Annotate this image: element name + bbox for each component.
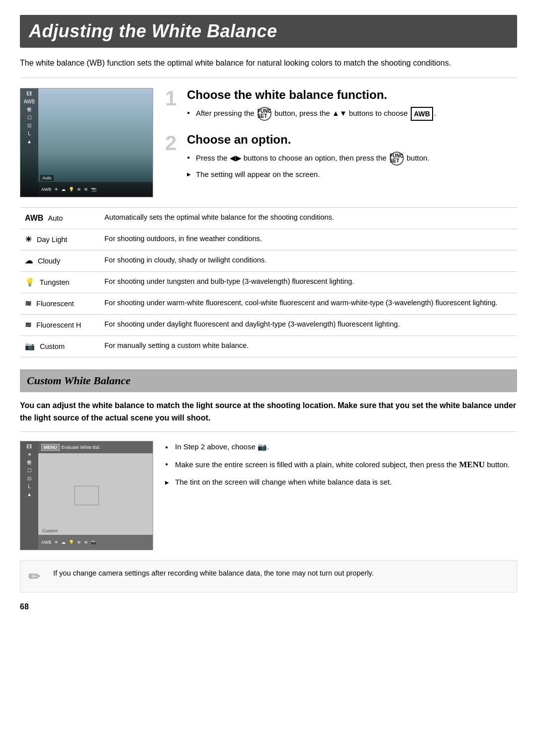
cwb-body-text: You can adjust the white balance to matc… (20, 399, 517, 432)
page-title: Adjusting the White Balance (29, 21, 508, 42)
camera-label-1: Auto (40, 175, 54, 181)
cam2-bracket (74, 486, 99, 505)
camera-bottom-bar-1: AWB ☀ ☁ 💡 ≋ ≋ 📷 (38, 182, 153, 197)
sidebar-icon-6: L (28, 131, 31, 136)
tungsten-icon: 💡 (25, 278, 35, 286)
table-row: ≋ Fluorescent For shooting under warm-wh… (20, 293, 517, 314)
camera-preview-1: 🎞 AWB 餐 ☐ ⊡ L ▲ Auto AWB ☀ ☁ 💡 ≋ ≋ 📷 (20, 88, 153, 197)
cwb-instruction-1: In Step 2 above, choose 📷. (165, 441, 517, 453)
cam2-sidebar: 🎞 ☀ 餐 ☐ ⊡ L ▲ (20, 441, 38, 550)
table-row: ☀ Day Light For shooting outdoors, in fi… (20, 229, 517, 250)
fluorescent-h-icon: ≋ (25, 321, 31, 329)
cam2-label: Custom (40, 528, 60, 534)
cloudy-icon: ☁ (25, 256, 33, 265)
step-2-bullet-2: The setting will appear on the screen. (187, 168, 430, 180)
fluorescent-icon: ≋ (25, 299, 31, 308)
note-box: ✏ If you change camera settings after re… (20, 560, 517, 592)
wb-icon-cell: ≋ Fluorescent (20, 293, 99, 314)
evaluate-label: Evaluate White Bal. (62, 445, 101, 450)
step-section: 🎞 AWB 餐 ☐ ⊡ L ▲ Auto AWB ☀ ☁ 💡 ≋ ≋ 📷 (20, 88, 517, 197)
wb-desc-cell: For shooting outdoors, in fine weather c… (99, 229, 517, 250)
step-1: 1 Choose the white balance function. Aft… (165, 88, 517, 124)
note-text: If you change camera settings after reco… (53, 568, 374, 579)
cwb-section: 🎞 ☀ 餐 ☐ ⊡ L ▲ MENU Evaluate White Bal. C… (20, 441, 517, 550)
cwb-instruction-2: Make sure the entire screen is filled wi… (165, 458, 517, 471)
wb-icon-cell: 💡 Tungsten (20, 271, 99, 293)
table-row: ☁ Cloudy For shooting in cloudy, shady o… (20, 250, 517, 271)
wb-table: AWB Auto Automatically sets the optimal … (20, 207, 517, 357)
custom-inline-icon: 📷 (258, 442, 267, 451)
step-2-content: Choose an option. Press the ◀▶ buttons t… (187, 133, 430, 183)
steps-container: 1 Choose the white balance function. Aft… (165, 88, 517, 197)
custom-icon: 📷 (25, 342, 35, 350)
wb-desc-cell: For manually setting a custom white bala… (99, 336, 517, 357)
step-2-bullet-1: Press the ◀▶ buttons to choose an option… (187, 152, 430, 166)
camera-sidebar-1: 🎞 AWB 餐 ☐ ⊡ L ▲ (20, 88, 38, 197)
wb-icon-cell: ☀ Day Light (20, 229, 99, 250)
func-btn-1: FUNCSET (258, 107, 271, 121)
menu-keyword: MENU (459, 460, 485, 469)
wb-icon-cell: 📷 Custom (20, 336, 99, 357)
cam2-sidebar-icon-7: ▲ (27, 492, 32, 497)
daylight-icon: ☀ (25, 235, 32, 244)
step-1-content: Choose the white balance function. After… (187, 88, 436, 124)
wb-desc-cell: For shooting in cloudy, shady or twiligh… (99, 250, 517, 271)
step-2: 2 Choose an option. Press the ◀▶ buttons… (165, 133, 517, 183)
func-btn-2: FUNCSET (390, 152, 404, 166)
cam2-sidebar-icon-6: L (28, 484, 31, 489)
cam2-sidebar-icon-1: 🎞 (27, 444, 32, 449)
cwb-instruction-3: The tint on the screen will change when … (165, 476, 517, 488)
cwb-title-bar: Custom White Balance (20, 369, 517, 392)
intro-text: The white balance (WB) function sets the… (20, 57, 517, 78)
awb-icon: AWB (25, 214, 43, 222)
wb-icon-cell: ☁ Cloudy (20, 250, 99, 271)
table-row: 💡 Tungsten For shooting under tungsten a… (20, 271, 517, 293)
step-1-number: 1 (165, 88, 181, 124)
sidebar-icon-7: ▲ (27, 139, 32, 144)
table-row: 📷 Custom For manually setting a custom w… (20, 336, 517, 357)
camera-preview-2: 🎞 ☀ 餐 ☐ ⊡ L ▲ MENU Evaluate White Bal. C… (20, 441, 153, 550)
note-icon: ✏ (28, 568, 46, 585)
sidebar-icon-1: 🎞 (27, 91, 32, 96)
menu-label: MENU (41, 444, 60, 451)
cwb-title: Custom White Balance (27, 374, 131, 387)
camera-preview-2-inner: 🎞 ☀ 餐 ☐ ⊡ L ▲ MENU Evaluate White Bal. C… (20, 441, 153, 550)
cam2-sidebar-icon-2: ☀ (27, 452, 32, 457)
cam2-sidebar-icon-4: ☐ (27, 468, 32, 473)
wb-desc-cell: For shooting under warm-white fluorescen… (99, 293, 517, 314)
sidebar-icon-4: ☐ (27, 115, 32, 120)
step-1-bullets: After pressing the FUNCSET button, press… (187, 107, 436, 121)
cam2-bottom-bar: AWB ☀ ☁ 💡 ≋ ≋ 📷 (38, 535, 153, 550)
step-2-number: 2 (165, 133, 181, 183)
cam2-menu-bar: MENU Evaluate White Bal. (38, 441, 153, 453)
wb-icon-cell: ≋ Fluorescent H (20, 314, 99, 336)
cwb-instructions: In Step 2 above, choose 📷. Make sure the… (165, 441, 517, 550)
sidebar-icon-3: 餐 (27, 107, 32, 112)
awb-badge: AWB (411, 107, 433, 121)
sidebar-icon-5: ⊡ (27, 123, 31, 128)
wb-icon-cell: AWB Auto (20, 207, 99, 229)
title-bar: Adjusting the White Balance (20, 15, 517, 48)
table-row: ≋ Fluorescent H For shooting under dayli… (20, 314, 517, 336)
sidebar-icon-2: AWB (24, 99, 35, 104)
wb-desc-cell: For shooting under tungsten and bulb-typ… (99, 271, 517, 293)
wb-desc-cell: Automatically sets the optimal white bal… (99, 207, 517, 229)
page-number: 68 (20, 602, 517, 611)
step-2-heading: Choose an option. (187, 133, 430, 147)
wb-desc-cell: For shooting under daylight fluorescent … (99, 314, 517, 336)
cam2-sidebar-icon-5: ⊡ (27, 476, 31, 481)
table-row: AWB Auto Automatically sets the optimal … (20, 207, 517, 229)
step-2-bullets: Press the ◀▶ buttons to choose an option… (187, 152, 430, 180)
cam2-sidebar-icon-3: 餐 (27, 460, 32, 465)
step-1-bullet-1: After pressing the FUNCSET button, press… (187, 107, 436, 121)
step-1-heading: Choose the white balance function. (187, 88, 436, 102)
cwb-instruction-list: In Step 2 above, choose 📷. Make sure the… (165, 441, 517, 488)
